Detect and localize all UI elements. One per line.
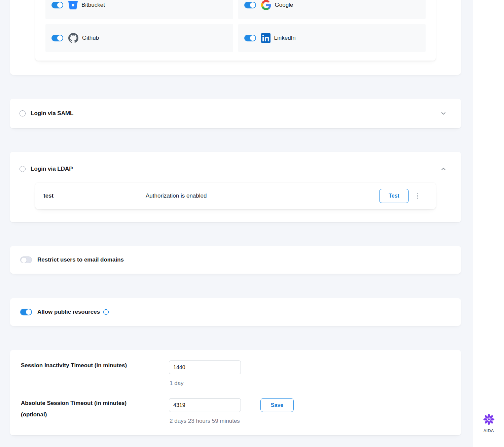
aida-label: AIDA bbox=[483, 428, 494, 433]
assistant-side-panel: AIDA bbox=[473, 0, 504, 447]
saml-section-title: Login via SAML bbox=[31, 110, 74, 117]
aida-flower-icon bbox=[483, 413, 495, 427]
bitbucket-toggle[interactable] bbox=[51, 2, 63, 8]
linkedin-icon bbox=[261, 33, 271, 43]
github-toggle[interactable] bbox=[51, 35, 63, 41]
chevron-up-icon[interactable] bbox=[440, 166, 447, 172]
absolute-timeout-label: Absolute Session Timeout (in minutes) bbox=[21, 400, 127, 407]
inactivity-timeout-input[interactable] bbox=[169, 360, 241, 374]
provider-label: LinkedIn bbox=[274, 35, 296, 41]
provider-row-google: Google bbox=[238, 0, 426, 19]
absolute-timeout-input[interactable] bbox=[169, 398, 241, 412]
absolute-timeout-hint: 2 days 23 hours 59 minutes bbox=[170, 418, 240, 424]
restrict-domains-card: Restrict users to email domains bbox=[10, 246, 461, 274]
ldap-connection-name: test bbox=[43, 193, 53, 199]
saml-section-card: Login via SAML bbox=[10, 99, 461, 128]
absolute-timeout-label-optional: (optional) bbox=[21, 411, 47, 418]
public-resources-label: Allow public resources bbox=[37, 309, 100, 315]
provider-label: Bitbucket bbox=[81, 2, 105, 8]
saml-section-header[interactable]: Login via SAML bbox=[10, 99, 461, 128]
kebab-menu-icon[interactable] bbox=[416, 192, 420, 200]
restrict-domains-toggle[interactable] bbox=[20, 256, 32, 263]
restrict-domains-label: Restrict users to email domains bbox=[37, 256, 124, 263]
provider-label: Google bbox=[275, 2, 293, 8]
aida-assistant-button[interactable]: AIDA bbox=[473, 413, 504, 433]
provider-row-bitbucket: Bitbucket bbox=[45, 0, 233, 19]
provider-row-linkedin: LinkedIn bbox=[238, 24, 426, 52]
chevron-down-icon[interactable] bbox=[440, 110, 447, 117]
public-resources-toggle[interactable] bbox=[20, 309, 32, 315]
public-resources-card: Allow public resources bbox=[10, 298, 461, 326]
linkedin-toggle[interactable] bbox=[244, 35, 256, 41]
ldap-section-header[interactable]: Login via LDAP bbox=[10, 152, 461, 186]
login-providers-panel: Bitbucket Google bbox=[35, 0, 436, 61]
bitbucket-icon bbox=[68, 0, 78, 10]
ldap-connection-status: Authorization is enabled bbox=[146, 193, 207, 199]
info-icon[interactable] bbox=[103, 309, 109, 315]
provider-label: Github bbox=[82, 35, 99, 41]
ldap-connection-row: test Authorization is enabled Test bbox=[35, 183, 436, 209]
saml-radio[interactable] bbox=[20, 110, 26, 116]
login-providers-card: Bitbucket Google bbox=[10, 0, 461, 75]
google-toggle[interactable] bbox=[244, 2, 256, 8]
github-icon bbox=[68, 33, 78, 43]
ldap-radio[interactable] bbox=[20, 166, 26, 172]
test-button[interactable]: Test bbox=[379, 189, 409, 203]
inactivity-timeout-hint: 1 day bbox=[170, 380, 184, 387]
session-timeout-card: Session Inactivity Timeout (in minutes) … bbox=[10, 350, 461, 435]
inactivity-timeout-label: Session Inactivity Timeout (in minutes) bbox=[21, 362, 127, 369]
ldap-section-title: Login via LDAP bbox=[31, 166, 73, 172]
google-icon bbox=[261, 0, 271, 10]
ldap-section-card: Login via LDAP test Authorization is ena… bbox=[10, 152, 461, 222]
save-button[interactable]: Save bbox=[260, 398, 294, 412]
auth-settings-page: Bitbucket Google bbox=[0, 0, 504, 447]
provider-row-github: Github bbox=[45, 24, 233, 52]
